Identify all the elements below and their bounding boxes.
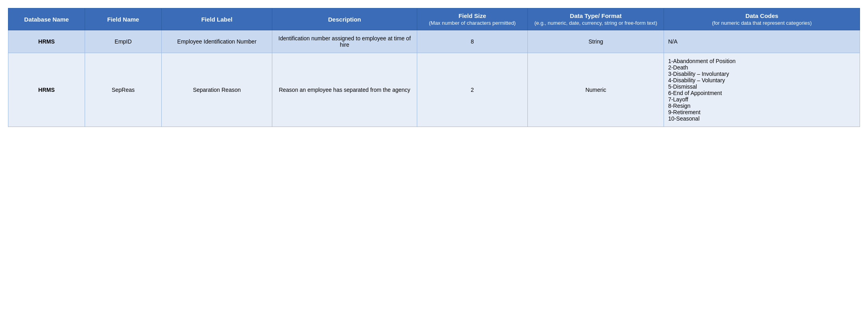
header-database-name: Database Name [8, 8, 85, 30]
cell-data-type: String [528, 30, 664, 53]
table-row: HRMSSepReasSeparation ReasonReason an em… [8, 53, 860, 127]
cell-data-codes: N/A [664, 30, 860, 53]
cell-field-label: Separation Reason [161, 53, 272, 127]
cell-field-name: SepReas [85, 53, 161, 127]
header-description: Description [272, 8, 417, 30]
cell-data-type: Numeric [528, 53, 664, 127]
cell-description: Reason an employee has separated from th… [272, 53, 417, 127]
cell-description: Identification number assigned to employ… [272, 30, 417, 53]
cell-field-label: Employee Identification Number [161, 30, 272, 53]
cell-db-name: HRMS [8, 53, 85, 127]
table-row: HRMSEmpIDEmployee Identification NumberI… [8, 30, 860, 53]
cell-data-codes: 1-Abandonment of Position2-Death3-Disabi… [664, 53, 860, 127]
cell-field-size: 8 [417, 30, 527, 53]
header-field-label: Field Label [161, 8, 272, 30]
cell-db-name: HRMS [8, 30, 85, 53]
header-field-name: Field Name [85, 8, 161, 30]
header-data-type: Data Type/ Format (e.g., numeric, date, … [528, 8, 664, 30]
header-field-size: Field Size (Max number of characters per… [417, 8, 527, 30]
header-data-codes: Data Codes (for numeric data that repres… [664, 8, 860, 30]
cell-field-size: 2 [417, 53, 527, 127]
cell-field-name: EmpID [85, 30, 161, 53]
